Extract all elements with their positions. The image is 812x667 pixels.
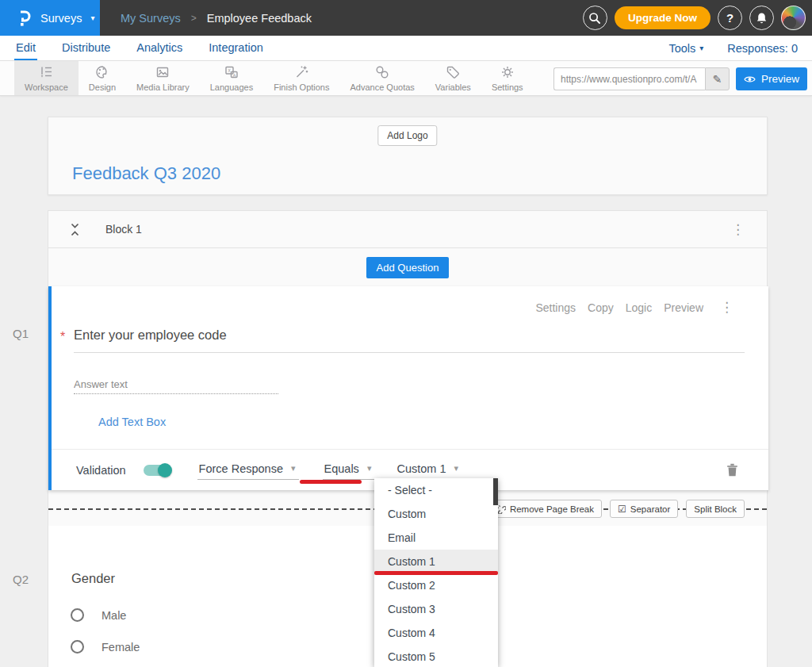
tag-icon [445,64,461,80]
chevron-down-icon: ▾ [367,463,372,473]
survey-title[interactable]: Feedback Q3 2020 [72,163,220,184]
survey-url-group: ✎ [553,67,730,90]
chevron-down-icon: ▾ [90,13,94,22]
question-menu-kebab-icon[interactable]: ⋮ [720,301,733,314]
question-card-q1: Settings Copy Logic Preview ⋮ * Enter yo… [48,286,768,490]
validation-label: Validation [76,464,126,477]
add-question-button[interactable]: Add Question [366,257,450,278]
breadcrumb-my-surveys[interactable]: My Surveys [121,12,181,25]
tools-dropdown[interactable]: Tools ▾ [668,42,703,55]
answer-option-male[interactable]: Male [71,608,126,622]
notifications-button[interactable] [749,6,774,30]
delete-validation-trash-icon[interactable] [726,463,738,477]
toolbar-item-finish-options[interactable]: Finish Options [263,61,339,95]
validation-toggle[interactable] [144,465,170,476]
eye-icon [744,75,756,83]
toolbar-item-label: Settings [492,82,523,92]
chevron-down-icon: ▾ [454,463,458,473]
dropdown-option[interactable]: Custom 3 [374,597,498,621]
workspace-icon [38,64,54,80]
remove-page-break-button[interactable]: Remove Page Break [488,500,602,518]
help-button[interactable]: ? [718,6,742,30]
force-response-select[interactable]: Force Response ▾ [197,461,299,480]
toolbar-item-workspace[interactable]: Workspace [14,61,79,95]
preview-button[interactable]: Preview [736,67,807,90]
tab-edit[interactable]: Edit [14,36,37,60]
toolbar-item-advance-quotas[interactable]: Advance Quotas [339,61,424,95]
separator-button[interactable]: ☑ Separator [610,500,678,518]
responses-count[interactable]: Responses: 0 [727,42,798,55]
question-text[interactable]: Enter your employee code [74,328,227,343]
question-preview-link[interactable]: Preview [664,301,703,314]
topbar: Surveys ▾ My Surveys > Employee Feedback… [0,0,812,36]
dropdown-option[interactable]: - Select - [374,478,498,502]
avatar[interactable] [781,6,806,30]
survey-header-card: Add Logo Feedback Q3 2020 [48,117,768,195]
question-number-q2: Q2 [13,573,29,586]
dropdown-option-selected[interactable]: Custom 1 [374,550,498,573]
search-icon [588,12,601,25]
bell-icon [756,12,768,25]
help-icon: ? [726,11,733,25]
tab-analytics[interactable]: Analytics [135,36,184,60]
add-logo-button[interactable]: Add Logo [377,125,437,146]
toolbar-item-settings[interactable]: Settings [481,61,534,95]
chevron-down-icon: ▾ [291,463,296,473]
toolbar-item-design[interactable]: Design [79,61,126,95]
add-text-box-link[interactable]: Add Text Box [98,416,166,428]
operator-select[interactable]: Equals ▾ [323,461,375,480]
question-copy-link[interactable]: Copy [588,301,614,314]
block-title[interactable]: Block 1 [105,223,142,236]
dropdown-option[interactable]: Custom 2 [374,573,498,597]
tab-integration[interactable]: Integration [207,36,265,60]
dropdown-option[interactable]: Custom 4 [374,621,498,645]
tab-distribute[interactable]: Distribute [60,36,112,60]
required-asterisk: * [60,330,65,344]
pencil-icon: ✎ [713,73,722,86]
wand-icon [293,64,309,80]
checkbox-checked-icon: ☑ [618,504,626,515]
content-type-select[interactable]: Custom 1 ▾ [395,461,462,480]
operator-value: Equals [324,462,359,475]
breadcrumb: My Surveys > Employee Feedback [121,12,312,25]
question-text[interactable]: Gender [71,571,115,586]
toggle-knob [158,463,172,477]
answer-option-female[interactable]: Female [71,640,140,654]
question-settings-link[interactable]: Settings [535,301,576,314]
content-type-dropdown-menu: - Select - Custom Email Custom 1 Custom … [374,478,498,667]
block-menu-kebab-icon[interactable]: ⋮ [731,223,745,236]
toolbar-item-variables[interactable]: Variables [425,61,481,95]
toolbar-item-label: Languages [210,82,253,92]
preview-label: Preview [761,73,799,85]
radio-icon[interactable] [71,608,84,622]
toolbar-item-media-library[interactable]: Media Library [126,61,200,95]
survey-nav: Edit Distribute Analytics Integration To… [0,36,812,61]
toolbar-item-label: Finish Options [274,82,329,92]
upgrade-now-button[interactable]: Upgrade Now [615,6,710,29]
answer-text-input[interactable] [74,375,278,394]
nav-right: Tools ▾ Responses: 0 [668,36,798,60]
content-type-value: Custom 1 [396,462,446,475]
gear-icon [500,64,515,80]
dropdown-scrollbar-thumb[interactable] [493,478,498,505]
toolbar-item-label: Design [89,82,116,92]
dropdown-option[interactable]: Email [374,526,498,550]
question-logic-link[interactable]: Logic [626,301,652,314]
editor-toolbar: Workspace Design Media Library x A Langu… [0,61,812,96]
annotation-underline-equals [300,480,362,484]
questionpro-logo-icon [16,9,32,28]
dropdown-option[interactable]: Custom [374,502,498,526]
toolbar-item-languages[interactable]: x A Languages [200,61,263,95]
edit-url-button[interactable]: ✎ [705,67,730,90]
toolbar-item-label: Workspace [25,82,68,92]
toolbar-item-label: Media Library [136,82,190,92]
survey-url-input[interactable] [553,67,705,90]
radio-icon[interactable] [71,640,84,654]
split-block-button[interactable]: Split Block [686,500,745,518]
translate-icon: x A [224,64,239,80]
app-logo-area[interactable]: Surveys ▾ [0,0,100,36]
add-question-row: Add Question [48,248,767,286]
collapse-block-icon[interactable] [71,223,79,236]
dropdown-option[interactable]: Custom 5 [374,645,498,667]
search-button[interactable] [583,6,607,30]
